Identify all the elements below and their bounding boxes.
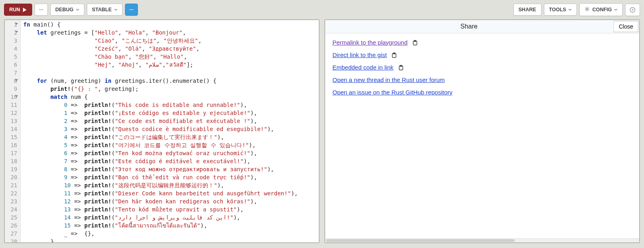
svg-line-7 (586, 10, 586, 10)
share-body: Permalink to the playgroundDirect link t… (325, 33, 639, 101)
line-number: 17 (6, 149, 17, 157)
line-number: 6 (6, 61, 17, 69)
code-line[interactable]: 13 => println!("Tento kód můžete upravit… (23, 205, 316, 213)
code-line[interactable]: 15 => println!("โค้ดนี้สามารถแก้ไขได้และ… (23, 221, 316, 230)
svg-text:?: ? (632, 8, 634, 12)
line-number: 22 (6, 189, 17, 197)
line-number: 11 (6, 101, 17, 109)
scrollbar-thumb[interactable] (326, 239, 515, 242)
share-link[interactable]: Direct link to the gist (332, 51, 387, 58)
share-link[interactable]: Embedded code in link (332, 64, 394, 71)
advanced-options-button[interactable]: ··· (125, 4, 138, 16)
line-number: 2 (6, 29, 17, 37)
share-link-row: Open a new thread in the Rust user forum (332, 76, 632, 83)
line-number: 19 (6, 165, 17, 173)
line-number: 18 (6, 157, 17, 165)
share-link[interactable]: Open a new thread in the Rust user forum (332, 76, 445, 83)
line-number: 12 (6, 109, 17, 117)
code-line[interactable]: print!("{} : ", greeting); (23, 85, 316, 93)
share-button[interactable]: SHARE (513, 4, 541, 16)
line-number: 14 (6, 125, 17, 133)
share-header: Share Close (325, 20, 639, 33)
code-line[interactable]: "Chào bạn", "您好", "Hallo", (23, 53, 316, 61)
share-link[interactable]: Permalink to the playground (332, 39, 408, 46)
code-line[interactable]: 5 => println!("여기에서 코드를 수정하고 실행할 수 있습니다!… (23, 141, 316, 149)
share-link[interactable]: Open an issue on the Rust GitHub reposit… (332, 89, 453, 96)
run-more-button[interactable]: ··· (35, 4, 47, 16)
ellipsis-icon: ··· (39, 7, 43, 12)
code-line[interactable] (23, 69, 316, 77)
code-line[interactable]: 8 => println!("Этот код можно отредактир… (23, 165, 316, 173)
code-line[interactable]: 14 => println!("این کد قابلیت ویرایش و ا… (23, 213, 316, 221)
mode-dropdown[interactable]: DEBUG (50, 4, 84, 16)
chevron-down-icon (114, 8, 117, 11)
config-dropdown[interactable]: CONFIG (579, 3, 623, 16)
svg-line-8 (589, 7, 589, 8)
line-number: 28 (6, 238, 17, 242)
line-number: 1 (6, 20, 17, 29)
code-line[interactable]: 0 => println!("This code is editable and… (23, 101, 316, 109)
code-line[interactable]: 3 => println!("Questo codice è modificab… (23, 125, 316, 133)
code-line[interactable]: } (23, 238, 316, 242)
line-number: 5 (6, 53, 17, 61)
code-line[interactable]: 12 => println!("Den här koden kan redige… (23, 197, 316, 205)
code-line[interactable]: 1 => println!("¡Este código es editable … (23, 109, 316, 117)
line-number: 9 (6, 85, 17, 93)
channel-label: STABLE (92, 7, 112, 12)
code-line[interactable]: 7 => println!("Este código é editável e … (23, 157, 316, 165)
code-line[interactable]: "Ciao", "こんにちは", "안녕하세요", (23, 37, 316, 45)
code-line[interactable]: 10 => println!("这段代码是可以编辑并且能够运行的！"), (23, 181, 316, 189)
line-number: 21 (6, 181, 17, 189)
svg-point-0 (587, 8, 588, 10)
code-line[interactable]: 9 => println!("Bạn có thể edit và run co… (23, 173, 316, 181)
run-label: RUN (9, 7, 20, 12)
chevron-down-icon (614, 8, 617, 11)
run-button[interactable]: RUN (4, 4, 32, 16)
toolbar: RUN ··· DEBUG STABLE ··· SHARE TOOLS CON (0, 0, 644, 19)
svg-line-5 (586, 7, 586, 8)
chevron-down-icon (568, 8, 572, 11)
line-number: 7 (6, 69, 17, 77)
line-number: 27 (6, 230, 17, 238)
help-button[interactable]: ? (625, 4, 640, 16)
clipboard-icon[interactable] (412, 39, 418, 46)
share-title: Share (325, 20, 613, 33)
line-number: 3 (6, 37, 17, 45)
tools-dropdown[interactable]: TOOLS (544, 4, 577, 16)
gear-icon (585, 6, 590, 13)
code-line[interactable]: for (num, greeting) in greetings.iter().… (23, 77, 316, 85)
tools-label: TOOLS (549, 7, 566, 12)
share-link-row: Embedded code in link (332, 64, 632, 71)
code-line[interactable]: _ => {}, (23, 230, 316, 238)
close-button[interactable]: Close (613, 21, 638, 32)
horizontal-scrollbar[interactable] (325, 238, 639, 242)
ellipsis-icon: ··· (129, 7, 133, 12)
code-line[interactable]: "Hej", "Ahoj", "سلام","สวัสดี"]; (23, 61, 316, 69)
clipboard-icon[interactable] (391, 52, 397, 58)
code-line[interactable]: fn main() { (23, 20, 316, 29)
code-line[interactable]: "Cześć", "Olá", "Здравствуйте", (23, 45, 316, 53)
code-line[interactable]: 4 => println!("このコードは編集して実行出来ます！"), (23, 133, 316, 141)
line-number: 26 (6, 221, 17, 230)
code-line[interactable]: 6 => println!("Ten kod można edytować or… (23, 149, 316, 157)
line-number: 4 (6, 45, 17, 53)
code-area[interactable]: fn main() { let greetings = ["Hello", "H… (21, 20, 319, 242)
share-link-row: Permalink to the playground (332, 39, 632, 46)
share-label: SHARE (519, 7, 536, 12)
line-number: 8 (6, 77, 17, 85)
code-line[interactable]: let greetings = ["Hello", "Hola", "Bonjo… (23, 29, 316, 37)
channel-dropdown[interactable]: STABLE (87, 4, 123, 16)
line-number: 23 (6, 197, 17, 205)
play-icon (23, 8, 27, 12)
line-number: 16 (6, 141, 17, 149)
clipboard-icon[interactable] (398, 64, 404, 71)
config-label: CONFIG (592, 7, 612, 12)
code-line[interactable]: 2 => println!("Ce code est modifiable et… (23, 117, 316, 125)
line-number: 10 (6, 93, 17, 101)
code-line[interactable]: 11 => println!("Dieser Code kann bearbei… (23, 189, 316, 197)
share-link-row: Direct link to the gist (332, 51, 632, 58)
code-line[interactable]: match num { (23, 93, 316, 101)
line-number: 24 (6, 205, 17, 213)
line-number: 25 (6, 213, 17, 221)
code-editor[interactable]: 1234567891011121314151617181920212223242… (5, 20, 319, 242)
